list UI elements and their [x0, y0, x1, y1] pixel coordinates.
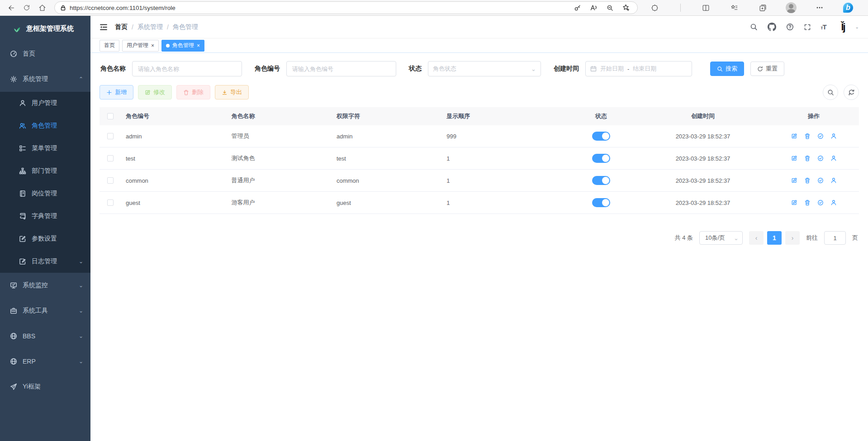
cell-display-order: 1: [446, 177, 569, 184]
prev-page-button[interactable]: ‹: [749, 231, 764, 245]
status-toggle[interactable]: [592, 132, 610, 141]
split-screen-button[interactable]: [699, 1, 713, 14]
row-edit-button[interactable]: [791, 177, 797, 184]
row-checkbox[interactable]: [107, 199, 114, 206]
user-avatar-logo[interactable]: Ǐj: [836, 20, 850, 34]
github-button[interactable]: [768, 23, 776, 31]
header-search-button[interactable]: [750, 23, 758, 31]
row-assign-user-button[interactable]: [830, 133, 837, 139]
row-datascope-button[interactable]: [817, 199, 824, 206]
toggle-search-button[interactable]: [823, 85, 838, 100]
help-button[interactable]: [786, 23, 794, 31]
search-button[interactable]: 搜索: [710, 62, 744, 76]
browser-refresh-button[interactable]: [20, 1, 33, 14]
status-select[interactable]: 角色状态 ⌄: [428, 61, 541, 76]
sidebar-fold-button[interactable]: [100, 23, 108, 31]
sidebar-item-home[interactable]: 首页: [0, 41, 90, 66]
cell-role-code: guest: [126, 199, 231, 206]
row-delete-button[interactable]: [804, 133, 811, 139]
chevron-down-icon[interactable]: ⌄: [855, 24, 859, 29]
sidebar-item-param-settings[interactable]: 参数设置: [0, 228, 90, 250]
zoom-out-button[interactable]: [603, 1, 617, 14]
tab-user-mgmt[interactable]: 用户管理 ×: [122, 40, 159, 52]
copilot-button[interactable]: b: [841, 1, 855, 14]
tab-role-mgmt[interactable]: 角色管理 ×: [161, 40, 204, 52]
row-delete-button[interactable]: [804, 177, 811, 184]
browser-settings-button[interactable]: [813, 1, 826, 14]
row-checkbox[interactable]: [107, 155, 114, 161]
read-aloud-button[interactable]: [587, 1, 600, 14]
sidebar-item-user-mgmt[interactable]: 用户管理: [0, 92, 90, 114]
row-edit-button[interactable]: [791, 133, 797, 139]
sidebar-item-system-mgmt[interactable]: 系统管理 ⌃: [0, 66, 90, 92]
goto-page-input[interactable]: [824, 231, 846, 245]
favorites-button[interactable]: [728, 1, 741, 14]
row-assign-user-button[interactable]: [830, 199, 837, 206]
cell-perm-string: test: [337, 155, 446, 162]
sidebar-item-log-mgmt[interactable]: 日志管理 ⌄: [0, 250, 90, 273]
row-datascope-button[interactable]: [817, 155, 824, 161]
address-bar[interactable]: https://ccnetcore.com:1101/system/role: [54, 1, 638, 14]
fullscreen-button[interactable]: [804, 24, 811, 31]
font-size-button[interactable]: тT: [821, 23, 826, 31]
page-size-select[interactable]: 10条/页 ⌄: [699, 231, 743, 245]
column-header-perm-string: 权限字符: [337, 112, 446, 120]
add-button[interactable]: 新增: [100, 85, 133, 100]
sidebar-item-role-mgmt[interactable]: 角色管理: [0, 114, 90, 137]
status-toggle[interactable]: [592, 154, 610, 163]
lock-icon: [60, 5, 66, 11]
favorites-icon: [730, 4, 738, 12]
password-key-button[interactable]: [570, 1, 584, 14]
breadcrumb-home[interactable]: 首页: [115, 23, 128, 31]
row-assign-user-button[interactable]: [830, 177, 837, 184]
select-all-checkbox[interactable]: [107, 113, 114, 119]
app-logo[interactable]: 意框架管理系统: [0, 16, 90, 41]
row-datascope-button[interactable]: [817, 133, 824, 139]
row-delete-button[interactable]: [804, 199, 811, 206]
browser-profile-button[interactable]: [784, 1, 798, 14]
sidebar-item-label: 系统监控: [23, 281, 73, 289]
date-range-picker[interactable]: 开始日期 - 结束日期: [585, 61, 692, 76]
reset-button[interactable]: 重置: [750, 62, 784, 76]
row-delete-button[interactable]: [804, 155, 811, 161]
sidebar-item-dict-mgmt[interactable]: 字典管理: [0, 205, 90, 228]
modify-button[interactable]: 修改: [138, 85, 172, 100]
delete-button[interactable]: 删除: [176, 85, 210, 100]
row-edit-button[interactable]: [791, 155, 797, 161]
next-page-button[interactable]: ›: [785, 231, 800, 245]
export-button[interactable]: 导出: [215, 85, 249, 100]
status-toggle[interactable]: [592, 198, 610, 207]
role-name-input[interactable]: [132, 61, 242, 76]
row-assign-user-button[interactable]: [830, 155, 837, 161]
column-header-status: 状态: [569, 112, 637, 120]
trash-icon: [183, 90, 189, 95]
sidebar-item-post-mgmt[interactable]: 岗位管理: [0, 182, 90, 205]
url-text[interactable]: https://ccnetcore.com:1101/system/role: [70, 5, 567, 11]
page-number-button[interactable]: 1: [767, 231, 782, 245]
row-datascope-button[interactable]: [817, 177, 824, 184]
favorite-add-button[interactable]: [619, 1, 633, 14]
row-checkbox[interactable]: [107, 133, 114, 139]
browser-back-button[interactable]: [5, 1, 18, 14]
sidebar-item-yi-framework[interactable]: Yi框架: [0, 374, 90, 399]
row-edit-button[interactable]: [791, 199, 797, 206]
row-checkbox[interactable]: [107, 177, 114, 184]
sidebar-item-menu-mgmt[interactable]: 菜单管理: [0, 137, 90, 160]
sidebar-item-erp[interactable]: ERP ⌄: [0, 349, 90, 374]
sidebar-item-dept-mgmt[interactable]: 部门管理: [0, 160, 90, 182]
close-icon[interactable]: ×: [151, 43, 154, 49]
extensions-button[interactable]: [648, 1, 662, 14]
status-toggle[interactable]: [592, 176, 610, 185]
sidebar-item-system-tools[interactable]: 系统工具 ⌄: [0, 298, 90, 323]
browser-home-button[interactable]: [35, 1, 49, 14]
tab-home[interactable]: 首页: [100, 40, 119, 52]
sidebar-item-label: ERP: [23, 358, 73, 365]
collections-button[interactable]: [756, 1, 769, 14]
role-code-input[interactable]: [286, 61, 396, 76]
close-icon[interactable]: ×: [197, 43, 200, 49]
sidebar-item-label: 首页: [23, 50, 83, 58]
sidebar-item-bbs[interactable]: BBS ⌄: [0, 323, 90, 349]
refresh-table-button[interactable]: [844, 85, 859, 100]
sidebar-item-system-monitor[interactable]: 系统监控 ⌄: [0, 273, 90, 298]
user-icon: [19, 100, 26, 107]
